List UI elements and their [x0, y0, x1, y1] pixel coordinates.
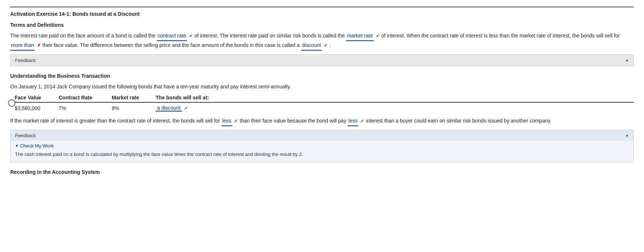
col-market-rate: Market rate	[112, 95, 156, 101]
more-than-wrong-icon: ✗	[37, 43, 41, 48]
answer-more-than[interactable]: more than	[10, 41, 35, 51]
table-header: Face Value Contract Rate Market rate The…	[15, 95, 634, 103]
para1-end: .	[329, 42, 331, 48]
para3-pre1: If the market rate of interest is greate…	[10, 118, 220, 124]
discount-row-check: ✔	[184, 105, 188, 111]
paragraph3: If the market rate of interest is greate…	[10, 117, 634, 126]
main-title: Activation Exercise 14-1: Bonds Issued a…	[10, 11, 634, 17]
cell-contract-rate: 7%	[59, 105, 112, 111]
feedback2-label: Feedback	[15, 133, 36, 138]
recording-title: Recording in the Accounting System	[10, 169, 634, 175]
contract-rate-check: ✔	[189, 33, 193, 39]
terms-paragraph: The interest rate paid on the face amoun…	[10, 32, 634, 51]
feedback1-arrow[interactable]: ▲	[625, 58, 629, 62]
answer-contract-rate[interactable]: contract rate	[157, 32, 187, 41]
col-face-value: Face Value	[15, 95, 59, 101]
para1-pre1: The interest rate paid on the face amoun…	[10, 33, 155, 39]
col-sell-at: The bonds will sell at:	[156, 95, 251, 101]
answer-a-discount[interactable]: a discount	[156, 105, 182, 112]
less1-check: ✔	[234, 118, 238, 124]
answer-less-1[interactable]: less	[222, 117, 232, 126]
para1-mid2: of interest. When the contract rate of i…	[381, 33, 620, 39]
business-title: Understanding the Business Transaction	[10, 73, 634, 79]
feedback2-text: The cash interest paid on a bond is calc…	[11, 149, 633, 162]
cell-sell-at: a discount ✔	[156, 105, 251, 112]
table-row: $3,580,000 7% 9% a discount ✔	[15, 105, 634, 112]
answer-less-2[interactable]: less	[348, 117, 358, 126]
cell-market-rate: 9%	[112, 105, 156, 111]
terms-title: Terms and Definitions	[10, 22, 634, 28]
check-my-work-row[interactable]: ▼ Check My Work	[11, 141, 633, 149]
feedback1-label: Feedback	[15, 58, 36, 63]
business-paragraph: On January 1, 2014 Jack Company issued t…	[10, 83, 634, 91]
feedback-box-2: Feedback ▼ ▼ Check My Work The cash inte…	[10, 130, 634, 162]
cell-face-value: $3,580,000	[15, 105, 59, 111]
check-my-work-triangle: ▼	[15, 144, 19, 148]
para3-mid2: interest than a buyer could earn on simi…	[366, 118, 551, 124]
feedback2-arrow-icon: ▼	[625, 134, 629, 138]
para1-mid3: their face value. The difference between…	[42, 42, 300, 48]
bond-table: Face Value Contract Rate Market rate The…	[15, 95, 634, 112]
answer-discount[interactable]: discount	[301, 41, 322, 51]
col-contract-rate: Contract Rate	[59, 95, 112, 101]
para1-mid1: of interest. The interest rate paid on s…	[195, 33, 345, 39]
less2-check: ✔	[360, 118, 364, 124]
feedback2-header[interactable]: Feedback ▼	[11, 130, 633, 141]
check-my-work-label: Check My Work	[20, 143, 54, 149]
discount-check: ✔	[324, 43, 328, 48]
table-circle-marker	[8, 99, 15, 107]
answer-market-rate[interactable]: market rate	[346, 32, 374, 41]
feedback-box-1: Feedback ▲	[10, 54, 634, 66]
market-rate-check: ✔	[376, 33, 380, 39]
para3-mid1: than their face value because the bond w…	[240, 118, 346, 124]
